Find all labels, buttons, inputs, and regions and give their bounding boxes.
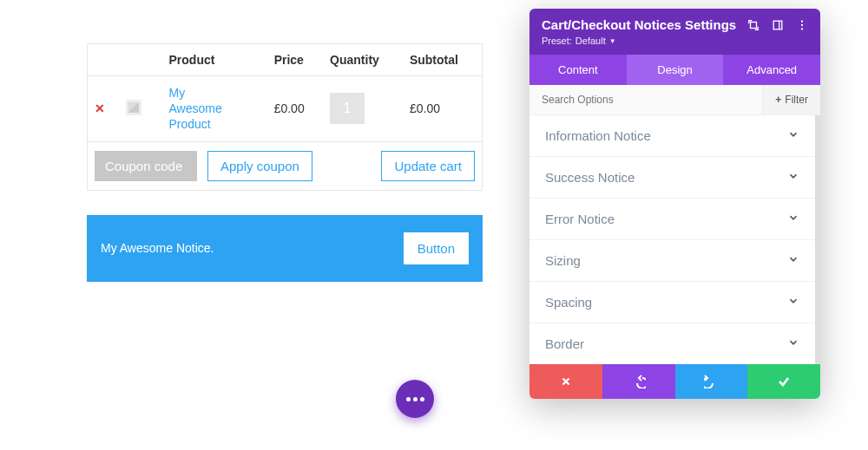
filter-button[interactable]: + Filter <box>762 85 820 114</box>
panel-header: Cart/Checkout Notices Settings Preset: D… <box>529 9 820 55</box>
filter-label: Filter <box>785 94 808 106</box>
item-price: £0.00 <box>267 76 323 142</box>
product-link[interactable]: My Awesome Product <box>169 85 239 133</box>
search-options-input[interactable] <box>529 85 762 114</box>
panel-footer <box>529 364 820 399</box>
chevron-down-icon <box>787 336 799 351</box>
settings-tabs: Content Design Advanced <box>529 55 820 85</box>
preset-label: Preset: <box>542 36 572 46</box>
update-cart-button[interactable]: Update cart <box>381 151 475 181</box>
section-error-notice[interactable]: Error Notice <box>529 199 815 240</box>
preset-value: Default <box>575 36 606 46</box>
redo-button[interactable] <box>675 364 748 399</box>
chevron-down-icon: ▼ <box>609 37 616 45</box>
chevron-down-icon <box>787 253 799 268</box>
chevron-down-icon <box>787 170 799 185</box>
cart-table: Product Price Quantity Subtotal ✕ My Awe… <box>87 43 483 191</box>
settings-panel: Cart/Checkout Notices Settings Preset: D… <box>529 9 820 399</box>
chevron-down-icon <box>787 295 799 310</box>
tab-design[interactable]: Design <box>627 55 724 85</box>
save-button[interactable] <box>747 364 820 399</box>
design-sections: Information Notice Success Notice Error … <box>529 115 820 364</box>
snap-icon[interactable] <box>772 19 784 31</box>
col-subtotal: Subtotal <box>403 44 483 76</box>
preset-dropdown[interactable]: Preset: Default ▼ <box>542 36 808 46</box>
col-quantity: Quantity <box>323 44 403 76</box>
remove-item-button[interactable]: ✕ <box>95 101 105 115</box>
expand-icon[interactable] <box>747 19 760 31</box>
svg-rect-0 <box>751 22 757 28</box>
section-label: Border <box>545 336 584 351</box>
chevron-down-icon <box>787 128 799 143</box>
panel-title: Cart/Checkout Notices Settings <box>542 17 747 32</box>
notice-text: My Awesome Notice. <box>101 241 214 255</box>
svg-point-4 <box>801 23 803 25</box>
cart-row: ✕ My Awesome Product £0.00 1 £0.00 <box>88 76 483 142</box>
floating-action-button[interactable] <box>396 380 434 418</box>
svg-point-5 <box>801 28 803 29</box>
section-label: Sizing <box>545 253 581 268</box>
col-price: Price <box>267 44 323 76</box>
close-button[interactable] <box>529 364 602 399</box>
tab-content[interactable]: Content <box>529 55 627 85</box>
section-success-notice[interactable]: Success Notice <box>529 157 815 199</box>
section-label: Spacing <box>545 295 592 310</box>
section-label: Error Notice <box>545 212 615 226</box>
coupon-code-input[interactable] <box>95 151 197 181</box>
quantity-input[interactable]: 1 <box>330 93 365 124</box>
product-thumbnail <box>126 100 141 115</box>
section-label: Information Notice <box>545 128 651 143</box>
tab-advanced[interactable]: Advanced <box>723 55 820 85</box>
more-icon[interactable] <box>796 19 808 31</box>
section-label: Success Notice <box>545 170 635 185</box>
svg-point-3 <box>801 20 803 22</box>
chevron-down-icon <box>787 212 799 226</box>
section-information-notice[interactable]: Information Notice <box>529 115 815 157</box>
section-border[interactable]: Border <box>529 323 815 364</box>
notice-button[interactable]: Button <box>404 232 469 264</box>
section-sizing[interactable]: Sizing <box>529 240 815 282</box>
apply-coupon-button[interactable]: Apply coupon <box>207 151 312 181</box>
section-spacing[interactable]: Spacing <box>529 282 815 323</box>
notice-banner: My Awesome Notice. Button <box>87 215 483 282</box>
undo-button[interactable] <box>602 364 675 399</box>
item-subtotal: £0.00 <box>403 76 483 142</box>
col-product: Product <box>162 44 267 76</box>
svg-rect-1 <box>773 21 782 29</box>
